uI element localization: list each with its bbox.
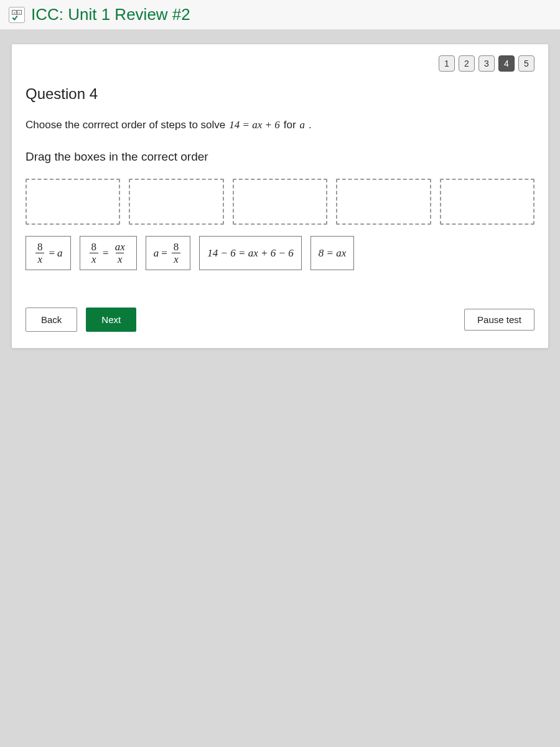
denominator: x (116, 253, 124, 265)
drop-slot-5[interactable] (440, 179, 534, 225)
equals: = (49, 247, 55, 260)
drop-slot-4[interactable] (336, 179, 431, 225)
prompt-text-after-1: for (284, 119, 296, 131)
lhs: a (154, 247, 159, 260)
drag-item-2[interactable]: 8 x = ax x (80, 236, 137, 270)
button-row: Back Next Pause test (26, 308, 534, 332)
fraction: 8 x (172, 242, 181, 265)
prompt-variable: a (299, 119, 307, 131)
svg-text:a: a (14, 11, 16, 14)
drag-item-5[interactable]: 8 = ax (310, 236, 355, 270)
nav-pill-3[interactable]: 3 (478, 55, 495, 72)
nav-pill-1[interactable]: 1 (439, 55, 455, 72)
fraction-left: 8 x (90, 242, 99, 265)
nav-pill-4[interactable]: 4 (498, 55, 515, 72)
drop-slot-1[interactable] (26, 179, 120, 225)
back-button[interactable]: Back (26, 308, 77, 332)
denominator: x (35, 253, 44, 265)
fraction-right: ax x (113, 242, 127, 265)
drop-slot-3[interactable] (233, 179, 327, 225)
prompt-text-after-2: . (309, 119, 312, 131)
drag-row: 8 x = a 8 x = ax x a = 8 x (26, 236, 534, 270)
drag-instruction: Drag the boxes in the correct order (26, 150, 534, 164)
equals: = (103, 247, 109, 260)
drop-slot-2[interactable] (129, 179, 223, 225)
app-title: ICC: Unit 1 Review #2 (31, 5, 190, 24)
app-icon: a x (9, 7, 25, 23)
quiz-icon: a x (11, 9, 22, 21)
pause-test-button[interactable]: Pause test (464, 309, 534, 331)
prompt-equation: 14 = ax + 6 (228, 119, 281, 131)
question-title: Question 4 (26, 85, 534, 103)
numerator: ax (113, 242, 127, 253)
rhs: a (57, 247, 63, 260)
drop-row (26, 179, 534, 225)
expression: 8 = ax (319, 247, 347, 260)
denominator: x (90, 253, 98, 265)
numerator: 8 (35, 242, 45, 253)
fraction: 8 x (35, 242, 45, 265)
prompt-text-before: Choose the corrrect order of steps to so… (26, 119, 225, 131)
drag-item-3[interactable]: a = 8 x (146, 236, 191, 270)
expression: 14 − 6 = ax + 6 − 6 (207, 247, 293, 260)
svg-text:x: x (19, 11, 21, 14)
question-card: 1 2 3 4 5 Question 4 Choose the corrrect… (11, 44, 549, 349)
numerator: 8 (172, 242, 181, 253)
app-header: a x ICC: Unit 1 Review #2 (0, 0, 560, 30)
nav-pill-5[interactable]: 5 (518, 55, 534, 72)
question-prompt: Choose the corrrect order of steps to so… (26, 119, 534, 131)
drag-item-4[interactable]: 14 − 6 = ax + 6 − 6 (199, 236, 301, 270)
numerator: 8 (90, 242, 99, 253)
drag-item-1[interactable]: 8 x = a (26, 236, 71, 270)
nav-pill-2[interactable]: 2 (459, 55, 475, 72)
next-button[interactable]: Next (86, 308, 136, 332)
equals: = (161, 247, 167, 260)
denominator: x (172, 253, 180, 265)
question-nav: 1 2 3 4 5 (26, 55, 534, 72)
